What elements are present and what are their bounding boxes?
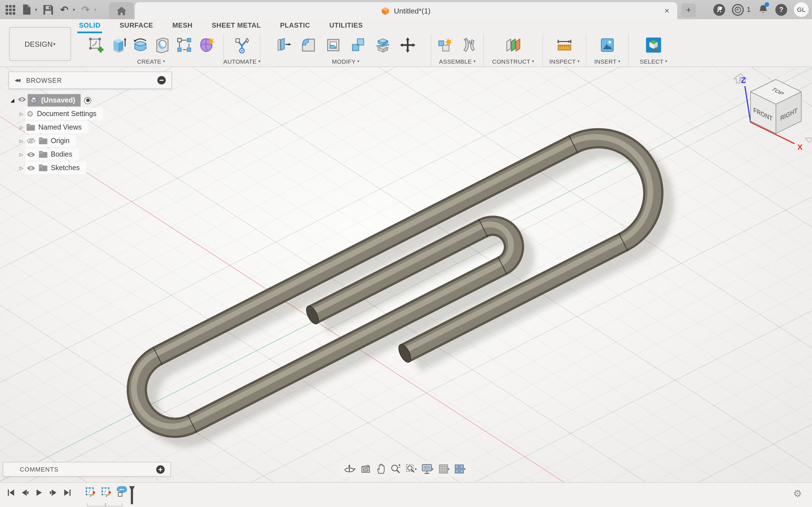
hole-icon[interactable] [152,35,172,55]
select-group-label[interactable]: SELECT▾ [640,58,667,65]
select-icon[interactable] [644,35,664,55]
tab-plastic[interactable]: PLASTIC [278,20,312,33]
timeline-go-to-end-button[interactable] [63,489,71,499]
automate-icon[interactable] [232,35,252,55]
avatar[interactable]: GL [794,2,809,17]
zoom-icon [390,464,401,474]
expand-icon[interactable]: ▷ [17,111,26,116]
timeline-sketch2-feature[interactable] [100,486,112,500]
undo-caret[interactable]: ▾ [73,7,75,12]
save-icon[interactable] [42,3,54,16]
tab-utilities[interactable]: UTILITIES [327,20,364,33]
viewcube-menu-icon[interactable] [805,138,812,143]
visibility-eye-icon[interactable] [16,96,28,104]
file-menu-icon[interactable] [21,3,32,16]
notifications-bell-icon[interactable] [757,3,769,16]
timeline-step-forward-button[interactable] [49,489,57,499]
design-caret: ▾ [53,41,56,47]
viewcube[interactable]: Z X TOP FRONT RIGHT [730,70,812,155]
fillet-icon[interactable] [298,35,319,55]
visibility-eye-icon[interactable] [27,151,36,158]
comments-bar[interactable]: COMMENTS [3,462,171,476]
split-body-icon[interactable] [373,35,393,55]
help-icon[interactable]: ? [775,4,787,15]
create-form-icon[interactable] [196,35,216,55]
extensions-icon[interactable] [714,4,725,15]
modify-group-label[interactable]: MODIFY▾ [332,58,359,65]
home-tab[interactable] [109,2,134,19]
new-component-icon[interactable] [435,35,456,55]
timeline-settings-gear-icon[interactable]: ⚙ [794,488,802,500]
app-grid-icon[interactable] [4,3,16,16]
redo-caret: ▾ [94,7,96,12]
orbit-tool[interactable]: ▾ [344,464,356,474]
close-tab-icon[interactable]: × [664,5,669,16]
visibility-eye-icon[interactable] [27,165,36,171]
model-viewport[interactable]: ◀◀ BROWSER ◢ [0,67,812,482]
press-pull-icon[interactable] [273,35,294,55]
zoom-window-tool[interactable]: ▾ [405,464,417,474]
extrude-icon[interactable] [108,35,128,55]
inspect-group-label[interactable]: INSPECT▾ [549,58,579,65]
browser-row-bodies[interactable]: ▷ Bodies [8,148,177,161]
row-label: Sketches [51,164,80,172]
insert-image-icon[interactable] [597,35,617,55]
timeline-sketch1-feature[interactable] [85,486,96,500]
add-comment-icon[interactable] [156,465,165,473]
display-settings-tool[interactable]: ▾ [421,464,434,474]
construct-group-label[interactable]: CONSTRUCT▾ [492,58,534,65]
rectangular-pattern-icon[interactable] [174,35,194,55]
timeline-position-marker[interactable] [129,486,134,503]
tab-mesh[interactable]: MESH [170,20,194,33]
automate-group-label[interactable]: AUTOMATE▾ [223,58,260,65]
combine-icon[interactable] [348,35,368,55]
browser-row-document-settings[interactable]: ▷ ⚙ Document Settings [8,107,177,121]
expand-icon[interactable]: ▷ [17,152,26,157]
visibility-off-icon[interactable] [27,137,36,144]
measure-icon[interactable] [554,35,574,55]
viewports-tool[interactable]: ▾ [454,464,465,474]
design-workspace-button[interactable]: DESIGN ▾ [9,27,71,61]
browser-row-root[interactable]: ◢ (Unsaved) [8,94,177,107]
browser-row-sketches[interactable]: ▷ Sketches [8,161,177,175]
collapse-browser-icon[interactable]: ◀◀ [15,78,19,83]
job-status-icon[interactable] [732,4,744,15]
create-sketch-icon[interactable] [86,35,106,55]
root-document-node[interactable]: (Unsaved) [28,94,81,107]
activate-component-radio[interactable] [84,97,92,104]
expand-icon[interactable]: ▷ [17,138,26,144]
undo-icon[interactable]: ↶ [59,3,70,16]
tab-surface[interactable]: SURFACE [118,20,155,33]
orbit-icon [344,464,355,474]
joint-icon[interactable] [459,35,479,55]
browser-panel: ◀◀ BROWSER ◢ [8,71,177,175]
expand-icon[interactable]: ▷ [17,125,26,130]
timeline-step-back-button[interactable] [21,489,29,499]
timeline-group-bracket [87,503,122,506]
new-tab-button[interactable]: + [681,3,696,17]
revolve-icon[interactable] [130,35,150,55]
look-at-tool[interactable] [360,464,371,474]
browser-minimize-icon[interactable] [157,76,166,84]
browser-header[interactable]: ◀◀ BROWSER [8,71,172,89]
insert-group-label[interactable]: INSERT▾ [594,58,620,65]
timeline-go-to-start-button[interactable] [7,489,15,499]
construct-plane-icon[interactable] [503,35,523,55]
timeline-play-button[interactable] [35,489,43,499]
assemble-group-label[interactable]: ASSEMBLE▾ [439,58,476,65]
file-menu-caret[interactable]: ▾ [35,7,37,12]
shell-icon[interactable] [323,35,343,55]
timeline-sweep-feature[interactable] [116,486,128,500]
expand-icon[interactable]: ▷ [17,165,26,170]
browser-row-origin[interactable]: ▷ Origin [8,134,177,148]
tab-sheet-metal[interactable]: SHEET METAL [210,20,262,33]
create-group-label[interactable]: CREATE▾ [137,58,165,65]
browser-row-named-views[interactable]: ▷ Named Views [8,121,177,134]
grid-display-tool[interactable]: ▾ [438,464,449,474]
pan-tool[interactable] [375,464,386,474]
move-copy-icon[interactable] [398,35,418,55]
document-tab[interactable]: Untitled*(1) × [135,2,677,19]
zoom-tool[interactable] [390,464,401,474]
tab-solid[interactable]: SOLID [77,20,102,33]
expand-root-icon[interactable]: ◢ [8,98,16,103]
